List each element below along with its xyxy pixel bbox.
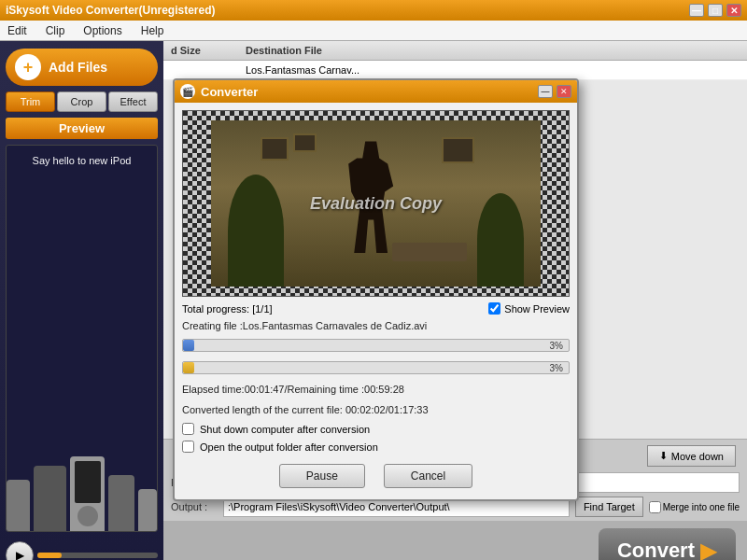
output-label: Output : [171, 501, 218, 512]
pause-button[interactable]: Pause [279, 464, 365, 488]
open-output-label: Open the output folder after conversion [200, 441, 378, 453]
tab-effect[interactable]: Effect [108, 91, 158, 112]
convert-label: Convert [617, 539, 695, 560]
shutdown-row: Shut down computer after conversion [182, 423, 570, 435]
preview-hello-text: Say hello to new iPod [33, 155, 132, 166]
eval-watermark: Evaluation Copy [310, 194, 442, 214]
add-files-label: Add Files [49, 60, 107, 75]
timeline[interactable] [37, 553, 158, 558]
progress-pct-1: 3% [550, 341, 563, 351]
merge-checkbox[interactable] [649, 501, 661, 513]
app-title: iSkysoft Video Converter(Unregistered) [6, 4, 216, 17]
app-wrapper: + Add Files Trim Crop Effect Preview Say… [0, 41, 747, 560]
menu-bar: Edit Clip Options Help [0, 21, 747, 41]
add-files-button[interactable]: + Add Files [6, 49, 158, 86]
wall-pic-3 [442, 137, 474, 163]
progress-bar-2: 3% [182, 361, 570, 374]
tab-bar: Trim Crop Effect [6, 91, 158, 112]
left-panel: + Add Files Trim Crop Effect Preview Say… [0, 41, 163, 560]
dialog-buttons: Pause Cancel [182, 458, 570, 492]
table-header: d Size Destination File [163, 41, 747, 61]
plant-left [228, 175, 284, 287]
show-preview-label: Show Preview [504, 303, 570, 315]
show-preview-row: Show Preview [488, 302, 570, 315]
file-label: Creating file :Los.Fantasmas Carnavales … [182, 320, 570, 331]
dialog-titlebar: 🎬 Converter — ✕ [175, 80, 577, 103]
title-bar: iSkysoft Video Converter(Unregistered) —… [0, 0, 747, 21]
elapsed-time: Elapsed time:00:01:47/Remaining time :00… [182, 384, 570, 395]
menu-item-options[interactable]: Options [79, 24, 125, 37]
dialog-title-text: 🎬 Converter [180, 84, 258, 99]
menu-item-edit[interactable]: Edit [4, 24, 31, 37]
show-preview-checkbox[interactable] [488, 302, 500, 315]
th-destination: Destination File [242, 43, 743, 58]
close-button[interactable]: ✕ [726, 4, 741, 17]
wall-pic-1 [261, 137, 289, 161]
convert-arrow-icon: ▶ [700, 538, 717, 560]
dialog-title-label: Converter [201, 85, 258, 99]
progress-fill-1 [183, 340, 194, 351]
convert-area: Convert ▶ [163, 521, 747, 560]
plant-right [477, 193, 524, 287]
video-preview: Evaluation Copy [182, 110, 570, 297]
td-destination: Los.Fantasmas Carnav... [242, 63, 743, 77]
dialog-minimize-button[interactable]: — [538, 85, 553, 98]
down-arrow-icon: ⬇ [659, 450, 668, 462]
maximize-button[interactable]: □ [708, 4, 723, 17]
find-target-button[interactable]: Find Target [575, 497, 643, 517]
merge-label: Merge into one file [663, 502, 740, 512]
total-progress-row: Total progress: [1/1] Show Preview [182, 302, 570, 315]
progress-bar-1: 3% [182, 339, 570, 352]
converter-icon: 🎬 [180, 84, 195, 99]
progress-pct-2: 3% [550, 363, 563, 373]
table-body: Los.Fantasmas Carnav... [163, 61, 747, 80]
dialog-body: Evaluation Copy Total progress: [1/1] Sh… [175, 103, 577, 499]
wall-pic-2 [293, 133, 317, 152]
minimize-button[interactable]: — [689, 4, 704, 17]
converted-length: Converted length of the current file: 00… [182, 404, 570, 415]
th-size: d Size [167, 43, 242, 58]
scene-table [392, 243, 467, 261]
menu-item-clip[interactable]: Clip [42, 24, 69, 37]
tab-trim[interactable]: Trim [6, 91, 55, 112]
move-down-label: Move down [671, 451, 724, 462]
move-down-button[interactable]: ⬇ Move down [647, 445, 736, 467]
table-row: Los.Fantasmas Carnav... [163, 61, 747, 80]
dialog-controls: — ✕ [538, 85, 571, 98]
td-size [167, 63, 242, 77]
progress-fill-2 [183, 362, 194, 373]
menu-item-help[interactable]: Help [137, 24, 168, 37]
open-output-row: Open the output folder after conversion [182, 441, 570, 453]
tab-crop[interactable]: Crop [57, 91, 106, 112]
preview-area: Say hello to new iPod [6, 145, 158, 532]
play-controls: ▶ [6, 538, 158, 560]
play-button[interactable]: ▶ [6, 541, 34, 560]
shutdown-label: Shut down computer after conversion [200, 424, 370, 435]
preview-label: Preview [6, 118, 158, 139]
add-icon: + [15, 54, 41, 80]
timeline-fill [37, 553, 62, 558]
convert-button[interactable]: Convert ▶ [599, 528, 736, 560]
converter-dialog: 🎬 Converter — ✕ [173, 78, 579, 501]
cancel-button[interactable]: Cancel [384, 464, 472, 488]
dialog-close-button[interactable]: ✕ [557, 85, 571, 98]
total-progress-label: Total progress: [1/1] [182, 303, 273, 315]
shutdown-checkbox[interactable] [182, 423, 194, 435]
open-output-checkbox[interactable] [182, 441, 194, 453]
title-controls: — □ ✕ [689, 4, 741, 17]
